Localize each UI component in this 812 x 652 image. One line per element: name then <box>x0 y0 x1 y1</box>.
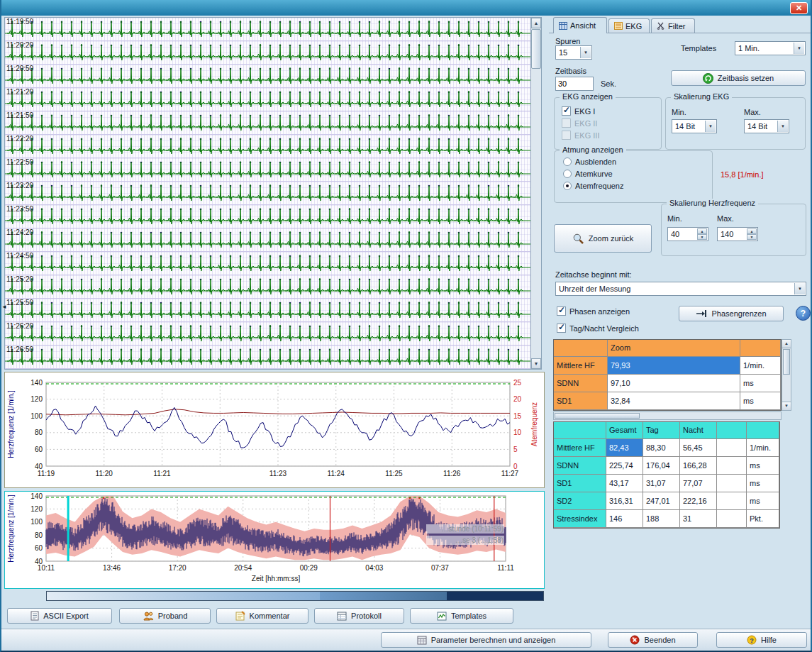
compare-table-cell[interactable]: ms <box>747 457 779 475</box>
zeitbasis-input[interactable] <box>555 77 594 91</box>
zoom-table-vscrollbar[interactable]: ▲ ▼ <box>782 339 791 411</box>
protokoll-button[interactable]: Protokoll <box>314 608 404 624</box>
compare-table-cell[interactable]: 77,07 <box>680 475 717 492</box>
hilfe-button[interactable]: ? Hilfe <box>716 632 807 648</box>
table-row[interactable]: SD2316,31247,01222,16ms <box>554 492 779 510</box>
ekg-min-select[interactable]: 14 Bit ▼ <box>672 119 717 133</box>
beenden-button[interactable]: Beenden <box>608 632 698 648</box>
zoom-table-value-cell[interactable]: 97,10 <box>608 375 740 392</box>
tagnacht-checkbox[interactable] <box>557 324 566 333</box>
spin-down-icon[interactable]: ▼ <box>747 234 757 240</box>
hf-min-stepper[interactable]: 40 ▲ ▼ <box>667 227 708 241</box>
phasengrenzen-button[interactable]: Phasengrenzen <box>679 306 784 321</box>
compare-table-cell[interactable]: 225,74 <box>606 457 643 475</box>
compare-table-cell[interactable]: 31,07 <box>643 475 680 492</box>
compare-table-cell[interactable] <box>717 510 747 528</box>
help-button[interactable]: ? <box>796 306 811 321</box>
title-bar[interactable]: ✕ <box>1 0 811 16</box>
table-row[interactable]: SDNN225,74176,04166,28ms <box>554 457 779 475</box>
ekg3-row[interactable]: EKG III <box>562 131 599 140</box>
compare-table-row-label[interactable]: SD1 <box>554 475 606 492</box>
ecg-strip[interactable]: 11:22:50 <box>5 158 530 182</box>
ekg2-checkbox[interactable] <box>562 118 571 128</box>
time-range-segment-light[interactable] <box>47 592 320 600</box>
chevron-down-icon[interactable]: ▼ <box>794 43 804 54</box>
zoom-zurueck-button[interactable]: Zoom zurück <box>554 224 652 253</box>
chevron-down-icon[interactable]: ▼ <box>777 121 788 132</box>
compare-table-cell[interactable]: 43,17 <box>606 475 643 492</box>
ecg-strip[interactable]: 11:21:50 <box>5 111 530 135</box>
compare-table-row-label[interactable]: SDNN <box>554 457 606 475</box>
compare-table-cell[interactable]: 88,30 <box>643 439 680 457</box>
compare-table-cell[interactable]: 176,04 <box>643 457 680 475</box>
close-button[interactable]: ✕ <box>790 2 808 14</box>
ausblenden-radio[interactable] <box>563 158 572 166</box>
ecg-vertical-scrollbar[interactable]: ▲ ▼ <box>530 18 541 369</box>
ecg-strip[interactable]: 11:19:50 <box>5 18 530 41</box>
compare-table-cell[interactable]: 1/min. <box>747 439 779 457</box>
tab-ekg[interactable]: EKG <box>608 18 650 33</box>
compare-table-cell[interactable]: 56,45 <box>680 439 717 457</box>
templates-select[interactable]: 1 Min. ▼ <box>735 41 806 55</box>
ekg3-checkbox[interactable] <box>562 131 571 140</box>
table-row[interactable]: SD143,1731,0777,07ms <box>554 475 779 492</box>
zoom-table-value-cell[interactable]: 79,93 <box>608 357 740 375</box>
compare-table-cell[interactable] <box>717 492 747 510</box>
zeitbasis-setzen-button[interactable]: Zeitbasis setzen <box>671 70 806 86</box>
ekg1-checkbox[interactable] <box>562 106 571 116</box>
time-range-segment-medium[interactable] <box>320 592 447 600</box>
compare-table-cell[interactable]: 188 <box>643 510 680 528</box>
ekg-max-select[interactable]: 14 Bit ▼ <box>744 119 789 133</box>
ecg-strip[interactable]: 11:20:50 <box>5 65 530 88</box>
compare-table-row-label[interactable]: Mittlere HF <box>554 439 606 457</box>
ascii-export-button[interactable]: ASCII Export <box>7 608 112 624</box>
atemfrequenz-radio[interactable] <box>563 182 572 190</box>
compare-table-cell[interactable]: 247,01 <box>643 492 680 510</box>
zoom-table-value-cell[interactable]: 32,84 <box>608 392 740 410</box>
splitter-collapse-arrow[interactable]: ◄ <box>1 303 8 311</box>
phasen-row[interactable]: Phasen anzeigen <box>557 306 630 316</box>
zoom-table-row-label[interactable]: Mittlere HF <box>554 357 608 375</box>
parameter-berechnen-button[interactable]: Parameter berechnen und anzeigen <box>381 632 591 648</box>
hf-max-stepper[interactable]: 140 ▲ ▼ <box>717 227 758 241</box>
scroll-up-icon[interactable]: ▲ <box>531 18 541 28</box>
ekg1-row[interactable]: EKG I <box>562 106 595 116</box>
table-row[interactable]: SDNN97,10ms <box>554 375 781 392</box>
zoom-table-row-label[interactable]: SDNN <box>554 375 608 392</box>
table-row[interactable]: SD132,84ms <box>554 392 781 410</box>
tab-filter[interactable]: Filter <box>651 18 695 33</box>
zoom-table-hscrollbar[interactable] <box>553 411 782 420</box>
table-row[interactable]: Mittlere HF82,4388,3056,451/min. <box>554 439 779 457</box>
kommentar-button[interactable]: Kommentar <box>216 608 308 624</box>
chevron-down-icon[interactable]: ▼ <box>705 121 716 132</box>
ecg-strip[interactable]: 11:23:20 <box>5 182 530 205</box>
spin-up-icon[interactable]: ▲ <box>747 228 757 234</box>
compare-table-cell[interactable] <box>717 439 747 457</box>
zoom-results-table[interactable]: ZoomMittlere HF79,931/min.SDNN97,10msSD1… <box>553 339 782 411</box>
ecg-strip-panel[interactable]: 11:19:5011:20:2011:20:5011:21:2011:21:50… <box>4 17 542 370</box>
compare-table-cell[interactable]: 31 <box>680 510 717 528</box>
fullday-heartrate-chart[interactable]: 14012010080604010:1113:4617:2020:5400:29… <box>4 491 545 589</box>
templates-button[interactable]: Templates <box>410 608 513 624</box>
ekg2-row[interactable]: EKG II <box>562 118 597 128</box>
ecg-strip[interactable]: 11:22:20 <box>5 135 530 158</box>
ausblenden-row[interactable]: Ausblenden <box>563 158 616 166</box>
zoom-table-row-label[interactable]: SD1 <box>554 392 608 410</box>
ecg-strip[interactable]: 11:23:50 <box>5 205 530 228</box>
chevron-down-icon[interactable]: ▼ <box>794 283 805 294</box>
scroll-down-icon[interactable]: ▼ <box>782 402 791 410</box>
compare-table-cell[interactable]: 166,28 <box>680 457 717 475</box>
scroll-down-icon[interactable]: ▼ <box>531 358 541 369</box>
ecg-strip[interactable]: 11:25:50 <box>5 299 530 322</box>
atemkurve-radio[interactable] <box>563 170 572 178</box>
ecg-strip[interactable]: 11:24:50 <box>5 252 530 275</box>
time-range-bar[interactable] <box>46 591 544 601</box>
ecg-scrollbar-thumb[interactable] <box>531 29 541 69</box>
table-row[interactable]: Stressindex14618831Pkt. <box>554 510 779 528</box>
table-row[interactable]: Mittlere HF79,931/min. <box>554 357 781 375</box>
day-night-table[interactable]: GesamtTagNachtMittlere HF82,4388,3056,45… <box>553 421 780 529</box>
compare-table-cell[interactable] <box>717 457 747 475</box>
zoom-table-scroll-thumb[interactable] <box>783 349 790 375</box>
compare-table-cell[interactable]: ms <box>747 492 779 510</box>
compare-table-cell[interactable]: 82,43 <box>606 439 643 457</box>
